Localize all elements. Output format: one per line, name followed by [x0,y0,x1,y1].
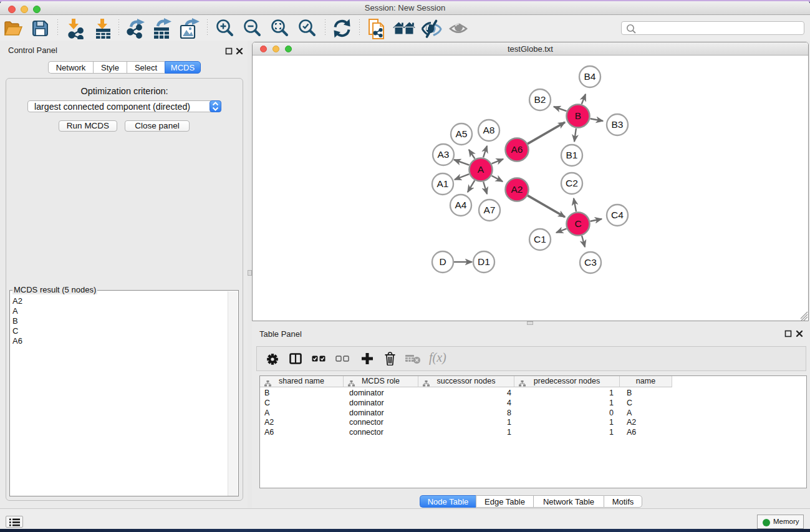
svg-text:A3: A3 [438,149,450,160]
svg-text:A1: A1 [437,178,449,189]
svg-text:B4: B4 [584,71,596,82]
svg-text:A5: A5 [456,128,468,139]
svg-text:C2: C2 [566,178,578,188]
svg-text:B1: B1 [566,150,578,160]
svg-text:B3: B3 [612,119,624,130]
svg-text:C: C [574,218,581,229]
svg-text:C1: C1 [534,234,546,244]
svg-text:A7: A7 [484,205,496,215]
svg-text:B2: B2 [534,94,546,105]
svg-text:C3: C3 [584,257,597,268]
svg-text:A2: A2 [511,184,523,195]
svg-text:A4: A4 [455,200,467,210]
svg-text:A8: A8 [483,125,495,135]
svg-text:A6: A6 [511,144,523,155]
svg-text:D1: D1 [478,256,490,267]
svg-text:B: B [575,110,581,121]
svg-text:D: D [439,256,446,267]
svg-text:C4: C4 [611,210,624,220]
svg-text:A: A [478,164,485,175]
